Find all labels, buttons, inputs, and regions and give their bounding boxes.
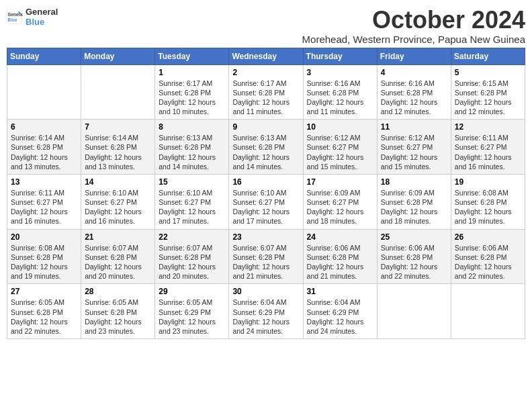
day-number: 21 [85, 232, 151, 242]
day-number: 15 [159, 177, 225, 187]
day-info: Sunrise: 6:06 AMSunset: 6:28 PMDaylight:… [307, 243, 373, 281]
day-info: Sunrise: 6:12 AMSunset: 6:27 PMDaylight:… [307, 133, 373, 171]
page-header: General Blue General Blue October 2024 M… [7, 7, 525, 45]
day-info: Sunrise: 6:04 AMSunset: 6:29 PMDaylight:… [232, 298, 299, 336]
day-number: 9 [232, 122, 299, 132]
day-info: Sunrise: 6:05 AMSunset: 6:28 PMDaylight:… [11, 298, 77, 336]
day-number: 13 [11, 177, 77, 187]
day-info: Sunrise: 6:12 AMSunset: 6:27 PMDaylight:… [381, 133, 447, 171]
logo-line1: General [26, 7, 58, 17]
day-number: 27 [11, 287, 77, 296]
day-info: Sunrise: 6:11 AMSunset: 6:27 PMDaylight:… [11, 188, 77, 226]
calendar-week-3: 13Sunrise: 6:11 AMSunset: 6:27 PMDayligh… [7, 174, 525, 229]
day-info: Sunrise: 6:13 AMSunset: 6:28 PMDaylight:… [159, 133, 225, 171]
day-number: 1 [159, 68, 225, 77]
day-info: Sunrise: 6:10 AMSunset: 6:27 PMDaylight:… [159, 188, 225, 226]
calendar-cell: 9Sunrise: 6:13 AMSunset: 6:28 PMDaylight… [229, 120, 303, 175]
day-info: Sunrise: 6:09 AMSunset: 6:28 PMDaylight:… [381, 188, 447, 226]
calendar-cell: 27Sunrise: 6:05 AMSunset: 6:28 PMDayligh… [7, 284, 81, 339]
calendar-cell: 17Sunrise: 6:09 AMSunset: 6:27 PMDayligh… [303, 174, 377, 229]
calendar-cell: 8Sunrise: 6:13 AMSunset: 6:28 PMDaylight… [155, 120, 229, 175]
calendar-cell: 29Sunrise: 6:05 AMSunset: 6:29 PMDayligh… [155, 284, 229, 339]
day-info: Sunrise: 6:09 AMSunset: 6:27 PMDaylight:… [307, 188, 373, 226]
calendar-header-row: SundayMondayTuesdayWednesdayThursdayFrid… [7, 48, 525, 64]
day-info: Sunrise: 6:14 AMSunset: 6:28 PMDaylight:… [85, 133, 151, 171]
day-info: Sunrise: 6:08 AMSunset: 6:28 PMDaylight:… [455, 188, 521, 226]
title-area: October 2024 Morehead, Western Province,… [302, 7, 525, 45]
day-info: Sunrise: 6:06 AMSunset: 6:28 PMDaylight:… [455, 243, 521, 281]
day-number: 25 [381, 232, 447, 242]
calendar-cell: 21Sunrise: 6:07 AMSunset: 6:28 PMDayligh… [81, 229, 155, 284]
calendar-cell: 18Sunrise: 6:09 AMSunset: 6:28 PMDayligh… [377, 174, 451, 229]
logo: General Blue General Blue [7, 7, 58, 27]
calendar-cell: 12Sunrise: 6:11 AMSunset: 6:27 PMDayligh… [451, 120, 525, 175]
day-info: Sunrise: 6:14 AMSunset: 6:28 PMDaylight:… [11, 133, 77, 171]
calendar-cell: 1Sunrise: 6:17 AMSunset: 6:28 PMDaylight… [155, 64, 229, 120]
day-info: Sunrise: 6:05 AMSunset: 6:29 PMDaylight:… [159, 298, 225, 336]
day-number: 30 [232, 287, 299, 296]
day-number: 18 [381, 177, 447, 187]
day-number: 16 [232, 177, 299, 187]
day-number: 28 [85, 287, 151, 296]
calendar-cell: 13Sunrise: 6:11 AMSunset: 6:27 PMDayligh… [7, 174, 81, 229]
day-info: Sunrise: 6:05 AMSunset: 6:28 PMDaylight:… [85, 298, 151, 336]
calendar-week-5: 27Sunrise: 6:05 AMSunset: 6:28 PMDayligh… [7, 284, 525, 339]
day-info: Sunrise: 6:11 AMSunset: 6:27 PMDaylight:… [455, 133, 521, 171]
location: Morehead, Western Province, Papua New Gu… [302, 34, 525, 45]
day-info: Sunrise: 6:15 AMSunset: 6:28 PMDaylight:… [455, 79, 521, 117]
calendar-cell [451, 284, 525, 339]
calendar-cell: 25Sunrise: 6:06 AMSunset: 6:28 PMDayligh… [377, 229, 451, 284]
day-number: 20 [11, 232, 77, 242]
col-header-monday: Monday [81, 48, 155, 64]
calendar-cell: 5Sunrise: 6:15 AMSunset: 6:28 PMDaylight… [451, 64, 525, 120]
day-info: Sunrise: 6:16 AMSunset: 6:28 PMDaylight:… [381, 79, 447, 117]
col-header-saturday: Saturday [451, 48, 525, 64]
day-number: 29 [159, 287, 225, 296]
day-number: 3 [307, 68, 373, 77]
day-number: 24 [307, 232, 373, 242]
calendar-cell: 22Sunrise: 6:07 AMSunset: 6:28 PMDayligh… [155, 229, 229, 284]
day-number: 4 [381, 68, 447, 77]
calendar-cell: 4Sunrise: 6:16 AMSunset: 6:28 PMDaylight… [377, 64, 451, 120]
day-info: Sunrise: 6:13 AMSunset: 6:28 PMDaylight:… [232, 133, 299, 171]
calendar-cell: 31Sunrise: 6:04 AMSunset: 6:29 PMDayligh… [303, 284, 377, 339]
day-info: Sunrise: 6:17 AMSunset: 6:28 PMDaylight:… [159, 79, 225, 117]
logo-line2: Blue [26, 17, 58, 27]
day-info: Sunrise: 6:04 AMSunset: 6:29 PMDaylight:… [307, 298, 373, 336]
calendar-cell: 14Sunrise: 6:10 AMSunset: 6:27 PMDayligh… [81, 174, 155, 229]
day-info: Sunrise: 6:16 AMSunset: 6:28 PMDaylight:… [307, 79, 373, 117]
day-info: Sunrise: 6:07 AMSunset: 6:28 PMDaylight:… [232, 243, 299, 281]
calendar-cell: 24Sunrise: 6:06 AMSunset: 6:28 PMDayligh… [303, 229, 377, 284]
month-title: October 2024 [302, 7, 525, 34]
col-header-wednesday: Wednesday [229, 48, 303, 64]
calendar-table: SundayMondayTuesdayWednesdayThursdayFrid… [7, 48, 525, 339]
calendar-cell: 30Sunrise: 6:04 AMSunset: 6:29 PMDayligh… [229, 284, 303, 339]
svg-text:Blue: Blue [8, 17, 17, 22]
day-info: Sunrise: 6:07 AMSunset: 6:28 PMDaylight:… [85, 243, 151, 281]
day-number: 11 [381, 122, 447, 132]
calendar-cell: 7Sunrise: 6:14 AMSunset: 6:28 PMDaylight… [81, 120, 155, 175]
calendar-week-4: 20Sunrise: 6:08 AMSunset: 6:28 PMDayligh… [7, 229, 525, 284]
day-number: 22 [159, 232, 225, 242]
day-info: Sunrise: 6:10 AMSunset: 6:27 PMDaylight:… [85, 188, 151, 226]
day-info: Sunrise: 6:08 AMSunset: 6:28 PMDaylight:… [11, 243, 77, 281]
day-info: Sunrise: 6:10 AMSunset: 6:27 PMDaylight:… [232, 188, 299, 226]
calendar-week-1: 1Sunrise: 6:17 AMSunset: 6:28 PMDaylight… [7, 64, 525, 120]
day-number: 7 [85, 122, 151, 132]
calendar-cell: 11Sunrise: 6:12 AMSunset: 6:27 PMDayligh… [377, 120, 451, 175]
calendar-cell: 19Sunrise: 6:08 AMSunset: 6:28 PMDayligh… [451, 174, 525, 229]
day-number: 23 [232, 232, 299, 242]
calendar-cell: 16Sunrise: 6:10 AMSunset: 6:27 PMDayligh… [229, 174, 303, 229]
col-header-friday: Friday [377, 48, 451, 64]
calendar-cell [377, 284, 451, 339]
logo-icon: General Blue [7, 9, 23, 25]
calendar-cell: 20Sunrise: 6:08 AMSunset: 6:28 PMDayligh… [7, 229, 81, 284]
day-number: 17 [307, 177, 373, 187]
day-number: 8 [159, 122, 225, 132]
calendar-cell [7, 64, 81, 120]
calendar-cell: 15Sunrise: 6:10 AMSunset: 6:27 PMDayligh… [155, 174, 229, 229]
calendar-week-2: 6Sunrise: 6:14 AMSunset: 6:28 PMDaylight… [7, 120, 525, 175]
col-header-tuesday: Tuesday [155, 48, 229, 64]
day-number: 5 [455, 68, 521, 77]
calendar-cell: 23Sunrise: 6:07 AMSunset: 6:28 PMDayligh… [229, 229, 303, 284]
